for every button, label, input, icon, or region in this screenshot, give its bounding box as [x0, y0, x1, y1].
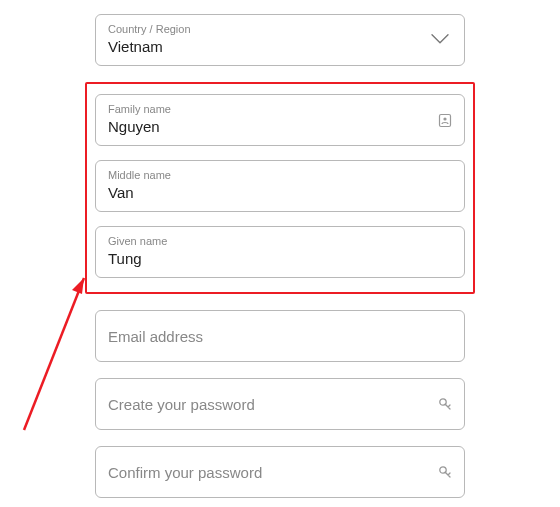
family-name-label: Family name — [108, 103, 452, 116]
family-name-field[interactable]: Family name — [95, 94, 465, 146]
password-placeholder: Create your password — [108, 396, 452, 413]
signup-form: Country / Region Vietnam Family name Mid… — [0, 0, 560, 507]
email-placeholder: Email address — [108, 328, 452, 345]
contact-card-icon — [438, 112, 452, 128]
given-name-input[interactable] — [108, 249, 452, 269]
middle-name-field[interactable]: Middle name — [95, 160, 465, 212]
country-label: Country / Region — [108, 23, 452, 36]
country-region-select[interactable]: Country / Region Vietnam — [95, 14, 465, 66]
family-name-input[interactable] — [108, 117, 452, 137]
middle-name-label: Middle name — [108, 169, 452, 182]
confirm-placeholder: Confirm your password — [108, 464, 452, 481]
middle-name-input[interactable] — [108, 183, 452, 203]
given-name-field[interactable]: Given name — [95, 226, 465, 278]
svg-point-1 — [443, 117, 446, 120]
key-icon — [438, 397, 452, 411]
given-name-label: Given name — [108, 235, 452, 248]
chevron-down-icon — [430, 33, 450, 45]
password-field[interactable]: Create your password — [95, 378, 465, 430]
name-fields-highlight: Family name Middle name Given name — [85, 82, 475, 294]
email-field[interactable]: Email address — [95, 310, 465, 362]
country-value: Vietnam — [108, 37, 452, 57]
confirm-password-field[interactable]: Confirm your password — [95, 446, 465, 498]
key-icon — [438, 465, 452, 479]
